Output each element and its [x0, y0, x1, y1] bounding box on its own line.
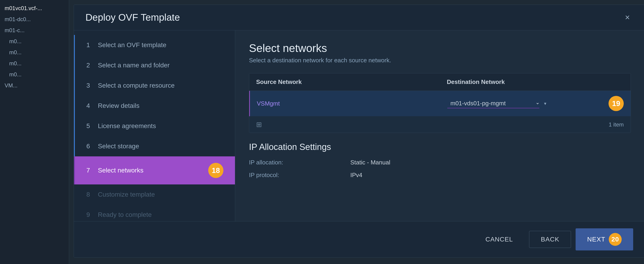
dest-network-cell: m01-vds01-pg-mgmt ▾ 19 [440, 91, 631, 116]
wizard-step-2[interactable]: 2 Select a name and folder [74, 55, 235, 75]
dialog-body: 1 Select an OVF template 2 Select a name… [74, 30, 644, 221]
tree-item-5[interactable]: m0... [0, 47, 69, 58]
source-network-vsmgmt: VSMgmt [250, 95, 440, 112]
next-badge: 20 [609, 233, 622, 246]
tree-item-2[interactable]: m01-dc0... [0, 14, 69, 25]
tree-item-4[interactable]: m0... [0, 36, 69, 47]
dialog-overlay: Deploy OVF Template × 1 Select an OVF te… [69, 0, 644, 264]
file-tree: m01vc01.vcf-... m01-dc0... m01-c... m0..… [0, 0, 69, 264]
wizard-step-8: 8 Customize template [74, 184, 235, 205]
wizard-step-1[interactable]: 1 Select an OVF template [74, 35, 235, 55]
back-button[interactable]: BACK [529, 231, 571, 248]
tree-item-7[interactable]: m0... [0, 69, 69, 80]
wizard-step-4[interactable]: 4 Review details [74, 96, 235, 116]
wizard-step-9: 9 Ready to complete [74, 205, 235, 221]
ip-protocol-label: IP protocol: [249, 172, 341, 179]
deploy-ovf-dialog: Deploy OVF Template × 1 Select an OVF te… [74, 4, 644, 258]
cancel-button[interactable]: CANCEL [474, 231, 524, 248]
wizard-step-3[interactable]: 3 Select a compute resource [74, 75, 235, 96]
table-header: Source Network Destination Network [249, 73, 631, 91]
content-area: Select networks Select a destination net… [235, 30, 644, 221]
next-button[interactable]: NEXT 20 [576, 228, 633, 251]
table-row-footer: ⊞ 1 item [249, 116, 631, 133]
tree-item-6[interactable]: m0... [0, 58, 69, 69]
row-1-badge: 19 [608, 96, 624, 111]
network-table: Source Network Destination Network VSMgm… [249, 73, 631, 133]
content-subtitle: Select a destination network for each so… [249, 57, 631, 64]
chevron-down-icon: ▾ [544, 101, 546, 106]
tree-item-3[interactable]: m01-c... [0, 25, 69, 36]
tree-item-8[interactable]: VM... [0, 80, 69, 91]
ip-allocation-label: IP allocation: [249, 159, 341, 166]
ip-protocol-value: IPv4 [350, 172, 631, 179]
col-header-source: Source Network [249, 73, 440, 91]
ip-allocation-section: IP Allocation Settings IP allocation: St… [249, 142, 631, 179]
wizard-step-7[interactable]: 7 Select networks 18 [74, 156, 235, 184]
content-header: Select networks Select a destination net… [249, 42, 631, 64]
tree-item-1[interactable]: m01vc01.vcf-... [0, 3, 69, 14]
wizard-steps: 1 Select an OVF template 2 Select a name… [74, 30, 235, 221]
grid-icon: ⊞ [256, 121, 262, 129]
content-title: Select networks [249, 42, 631, 54]
destination-network-select[interactable]: m01-vds01-pg-mgmt [447, 99, 540, 108]
dialog-footer: CANCEL BACK NEXT 20 [74, 221, 644, 257]
dialog-header: Deploy OVF Template × [74, 5, 644, 30]
col-header-destination: Destination Network [440, 73, 631, 91]
wizard-step-6[interactable]: 6 Select storage [74, 136, 235, 156]
ip-section-title: IP Allocation Settings [249, 142, 631, 152]
step-7-badge: 18 [208, 163, 224, 178]
close-button[interactable]: × [622, 12, 633, 23]
ip-grid: IP allocation: Static - Manual IP protoc… [249, 159, 631, 179]
ip-allocation-value: Static - Manual [350, 159, 631, 166]
dialog-title: Deploy OVF Template [86, 12, 180, 23]
item-count: 1 item [609, 122, 624, 128]
wizard-step-5[interactable]: 5 License agreements [74, 116, 235, 136]
table-row-1[interactable]: VSMgmt m01-vds01-pg-mgmt ▾ 19 [249, 91, 631, 116]
